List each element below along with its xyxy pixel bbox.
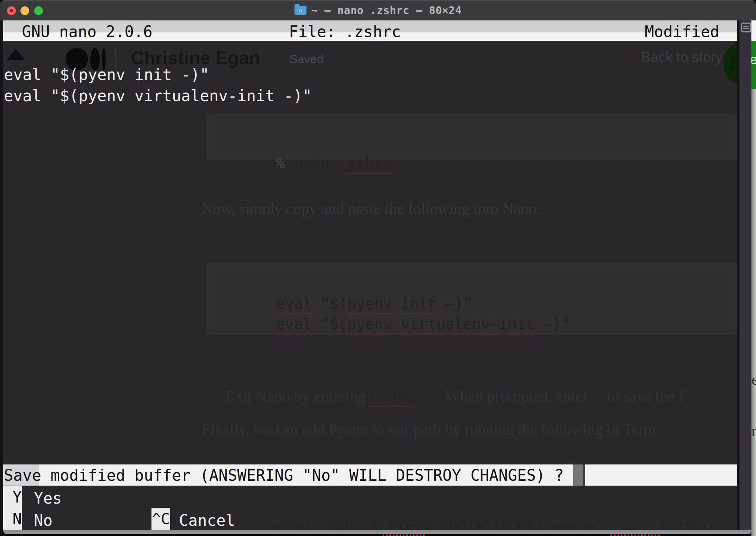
shortcut-label-cancel: Cancel <box>179 511 235 529</box>
prompt-text: Save modified buffer (ANSWERING "No" WIL… <box>4 466 573 484</box>
save-button-label-fragment: Sa <box>730 56 737 72</box>
paragraph-exit-nano: Exit Nano by entering CTRL + x. When pro… <box>202 369 737 424</box>
prompt-text-segment: Save modified buffer (ANSWERING "No" WIL… <box>3 464 573 486</box>
back-to-story-link[interactable]: Back to story <box>641 49 723 65</box>
shortcut-key-yes: Y <box>3 486 22 508</box>
page-edge-gray-strip: e n <box>751 89 756 536</box>
rows-icon[interactable] <box>741 23 751 32</box>
nano-prompt-bar[interactable]: Save modified buffer (ANSWERING "No" WIL… <box>3 464 737 486</box>
page-edge-save-button-strip[interactable]: e <box>751 41 756 89</box>
save-button[interactable]: Sa <box>723 40 737 87</box>
saved-status: Saved <box>290 52 323 66</box>
spellcheck-dots-fragment-1 <box>383 534 425 536</box>
scrollbar-lane[interactable] <box>739 20 751 534</box>
home-folder-icon: ⌂ <box>295 6 306 15</box>
spellcheck-dots-fragment-2 <box>611 534 660 536</box>
save-button-bright-fragment: e <box>751 52 756 67</box>
paragraph-finally-edge-fragment: n <box>751 422 756 440</box>
cursor-gap <box>583 464 585 486</box>
nano-version: GNU nano 2.0.6 <box>22 23 153 41</box>
code-line-echo-2: echo ‘export PATH=”$PYENV_ROOT/bin:$PATH… <box>223 519 737 530</box>
paragraph-copy-paste: Now, simply copy and paste the following… <box>202 199 541 218</box>
terminal-window: Christine Egan Saved Back to story Sa % … <box>0 0 756 536</box>
shortcut-key-cancel: ^C <box>151 508 170 530</box>
buffer-line-2[interactable]: eval "$(pyenv virtualenv-init -)" <box>4 87 312 105</box>
zoom-button[interactable] <box>34 6 43 15</box>
scroll-top-arrow-icon <box>6 49 25 60</box>
close-button[interactable] <box>7 6 16 15</box>
code-line-eval-2: eval “$(pyenv virtualenv–init –)” <box>223 298 570 350</box>
prompt-input-area[interactable] <box>585 464 737 486</box>
text-cursor <box>573 464 583 486</box>
buffer-line-1[interactable]: eval "$(pyenv init -)" <box>4 66 209 84</box>
paragraph-finally: Finally, we can add Pyenv to our path by… <box>202 420 737 438</box>
window-title-bar[interactable]: ⌂ ~ — nano .zshrc — 80×24 <box>0 0 756 20</box>
shortcut-key-no: N <box>3 508 22 530</box>
window-bottom-border <box>3 530 751 534</box>
window-left-border <box>0 20 3 534</box>
shortcut-label-yes: Yes <box>34 489 62 507</box>
page-edge-white-strip <box>751 20 756 41</box>
window-title: ~ — nano .zshrc — 80×24 <box>311 4 462 17</box>
nano-modified-flag: Modified <box>645 23 719 41</box>
author-name[interactable]: Christine Egan <box>131 47 260 68</box>
code-line-nano: % nano .zshrc <box>223 137 392 189</box>
paragraph-exit-edge-fragment: e <box>751 371 756 389</box>
shortcut-label-no: No <box>34 511 52 529</box>
minimize-button[interactable] <box>20 6 29 15</box>
nano-header-bar: GNU nano 2.0.6 File: .zshrc Modified <box>3 20 737 41</box>
shell-prompt-symbol: % <box>276 155 294 172</box>
nano-filename: File: .zshrc <box>289 23 401 41</box>
